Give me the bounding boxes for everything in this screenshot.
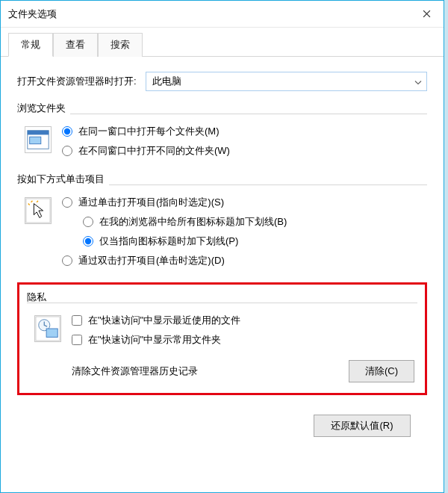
open-with-value: 此电脑 xyxy=(152,75,181,88)
radio-label: 在同一窗口中打开每个文件夹(M) xyxy=(78,125,220,138)
radio-same-window[interactable]: 在同一窗口中打开每个文件夹(M) xyxy=(62,125,424,138)
tab-view[interactable]: 查看 xyxy=(53,33,98,57)
privacy-group: 隐私 在"快速访问"中显示最近使用的文件 xyxy=(17,282,427,395)
clear-history-row: 清除文件资源管理器历史记录 清除(C) xyxy=(72,360,414,382)
radio-new-window[interactable]: 在不同窗口中打开不同的文件夹(W) xyxy=(62,144,424,158)
tab-strip: 常规 查看 搜索 xyxy=(1,31,444,57)
checkbox-label: 在"快速访问"中显示常用文件夹 xyxy=(88,333,221,347)
checkbox-input[interactable] xyxy=(72,335,82,345)
restore-defaults-button[interactable]: 还原默认值(R) xyxy=(314,415,411,437)
radio-label: 通过单击打开项目(指向时选定)(S) xyxy=(78,196,224,209)
radio-input[interactable] xyxy=(62,255,72,266)
radio-label: 仅当指向图标标题时加下划线(P) xyxy=(99,235,238,248)
checkbox-recent-files[interactable]: 在"快速访问"中显示最近使用的文件 xyxy=(72,314,414,327)
radio-input[interactable] xyxy=(62,126,72,137)
browse-folders-title: 浏览文件夹 xyxy=(17,102,70,115)
window-title: 文件夹选项 xyxy=(8,7,409,21)
titlebar: 文件夹选项 xyxy=(1,1,444,28)
radio-single-click[interactable]: 通过单击打开项目(指向时选定)(S) xyxy=(62,196,424,209)
svg-rect-2 xyxy=(30,137,41,143)
click-items-group: 按如下方式单击项目 通过单击打开项目(指向时选定)(S) xyxy=(17,173,427,270)
recent-items-icon xyxy=(33,314,63,382)
tab-search[interactable]: 搜索 xyxy=(98,33,143,57)
folder-options-window: 文件夹选项 常规 查看 搜索 打开文件资源管理器时打开: 此电脑 浏览文件夹 xyxy=(0,0,444,493)
close-button[interactable] xyxy=(409,1,444,28)
privacy-title: 隐私 xyxy=(27,291,51,304)
radio-label: 在我的浏览器中给所有图标标题加下划线(B) xyxy=(99,215,287,229)
close-icon xyxy=(423,10,431,18)
svg-rect-1 xyxy=(28,131,49,135)
open-with-label: 打开文件资源管理器时打开: xyxy=(17,75,137,88)
clear-history-label: 清除文件资源管理器历史记录 xyxy=(72,365,337,378)
radio-underline-all[interactable]: 在我的浏览器中给所有图标标题加下划线(B) xyxy=(62,215,424,229)
radio-input[interactable] xyxy=(83,236,93,246)
chevron-down-icon xyxy=(414,76,422,87)
checkbox-input[interactable] xyxy=(72,315,82,326)
tab-content-general: 打开文件资源管理器时打开: 此电脑 浏览文件夹 xyxy=(1,57,444,492)
radio-label: 在不同窗口中打开不同的文件夹(W) xyxy=(78,144,230,158)
radio-underline-hover[interactable]: 仅当指向图标标题时加下划线(P) xyxy=(62,235,424,248)
radio-label: 通过双击打开项目(单击时选定)(D) xyxy=(78,254,225,267)
radio-input[interactable] xyxy=(83,217,93,227)
radio-input[interactable] xyxy=(62,197,72,208)
footer-row: 还原默认值(R) xyxy=(17,407,427,437)
click-items-title: 按如下方式单击项目 xyxy=(17,173,109,186)
open-with-select[interactable]: 此电脑 xyxy=(146,72,427,91)
tab-general[interactable]: 常规 xyxy=(8,33,53,57)
svg-rect-6 xyxy=(46,329,57,337)
open-with-row: 打开文件资源管理器时打开: 此电脑 xyxy=(17,72,427,91)
browse-folders-group: 浏览文件夹 在同一窗口中打开每个文件夹(M) xyxy=(17,102,427,161)
checkbox-label: 在"快速访问"中显示最近使用的文件 xyxy=(88,314,240,327)
pointer-icon xyxy=(23,196,53,267)
clear-button[interactable]: 清除(C) xyxy=(349,360,414,382)
radio-double-click[interactable]: 通过双击打开项目(单击时选定)(D) xyxy=(62,254,424,267)
radio-input[interactable] xyxy=(62,146,72,156)
checkbox-frequent-folders[interactable]: 在"快速访问"中显示常用文件夹 xyxy=(72,333,414,347)
folder-window-icon xyxy=(23,125,53,158)
